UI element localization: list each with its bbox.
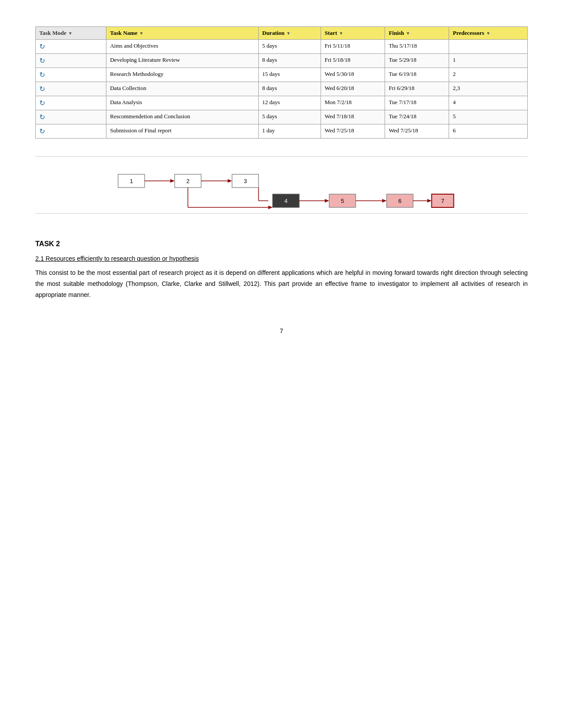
network-svg: 1 2 3 4 5 6 — [35, 165, 528, 223]
task-mode-cell: ↻ — [36, 54, 106, 68]
task-name-cell: Aims and Objectives — [106, 40, 259, 54]
sort-arrow-duration: ▼ — [286, 31, 291, 36]
start-cell: Wed 7/25/18 — [321, 124, 385, 139]
task-name-cell: Data Analysis — [106, 96, 259, 110]
task-mode-cell: ↻ — [36, 124, 106, 139]
node-label-1: 1 — [130, 178, 133, 184]
col-header-start: Start ▼ — [321, 27, 385, 40]
predecessors-cell: 6 — [449, 124, 528, 139]
start-cell: Wed 5/30/18 — [321, 68, 385, 82]
duration-cell: 12 days — [258, 96, 321, 110]
gantt-table-section: Task Mode ▼ Task Name ▼ Duration ▼ — [35, 26, 528, 139]
finish-cell: Tue 5/29/18 — [385, 54, 449, 68]
task-mode-cell: ↻ — [36, 40, 106, 54]
finish-cell: Fri 6/29/18 — [385, 82, 449, 96]
task-mode-icon: ↻ — [39, 57, 45, 64]
task2-title: TASK 2 — [35, 240, 528, 248]
finish-cell: Thu 5/17/18 — [385, 40, 449, 54]
arrowhead-1-2 — [170, 179, 175, 183]
task-mode-icon: ↻ — [39, 43, 45, 50]
col-header-task-name: Task Name ▼ — [106, 27, 259, 40]
sort-arrow-finish: ▼ — [406, 31, 410, 36]
gantt-table: Task Mode ▼ Task Name ▼ Duration ▼ — [35, 26, 528, 139]
start-cell: Wed 6/20/18 — [321, 82, 385, 96]
sort-arrow-predecessors: ▼ — [486, 31, 491, 36]
sort-arrow-task-name: ▼ — [139, 31, 144, 36]
duration-cell: 1 day — [258, 124, 321, 139]
table-row: ↻Data Collection8 daysWed 6/20/18Fri 6/2… — [36, 82, 528, 96]
sort-arrow-start: ▼ — [339, 31, 343, 36]
task-mode-cell: ↻ — [36, 82, 106, 96]
task-mode-icon: ↻ — [39, 128, 45, 135]
predecessors-cell: 1 — [449, 54, 528, 68]
duration-cell: 15 days — [258, 68, 321, 82]
duration-cell: 5 days — [258, 40, 321, 54]
arrowhead-4-5 — [325, 199, 329, 203]
table-row: ↻Rescommendetion and Conclusion5 daysWed… — [36, 110, 528, 124]
task-mode-cell: ↻ — [36, 96, 106, 110]
node-label-5: 5 — [341, 198, 344, 204]
finish-cell: Tue 7/17/18 — [385, 96, 449, 110]
start-cell: Mon 7/2/18 — [321, 96, 385, 110]
task-mode-icon: ↻ — [39, 85, 45, 93]
start-cell: Wed 7/18/18 — [321, 110, 385, 124]
arrowhead-5-6 — [382, 199, 387, 203]
page-number: 7 — [35, 327, 528, 334]
duration-cell: 5 days — [258, 110, 321, 124]
network-diagram: 1 2 3 4 5 6 — [35, 156, 528, 214]
predecessors-cell: 2 — [449, 68, 528, 82]
duration-cell: 8 days — [258, 82, 321, 96]
predecessors-cell: 5 — [449, 110, 528, 124]
table-row: ↻Developing Literature Review8 daysFri 5… — [36, 54, 528, 68]
table-row: ↻Data Analysis12 daysMon 7/2/18Tue 7/17/… — [36, 96, 528, 110]
arrowhead-6-7 — [427, 199, 432, 203]
col-header-task-mode: Task Mode ▼ — [36, 27, 106, 40]
predecessors-cell: 2,3 — [449, 82, 528, 96]
task-mode-icon: ↻ — [39, 99, 45, 107]
node-label-3: 3 — [244, 178, 247, 184]
sort-arrow-task-mode: ▼ — [68, 31, 72, 36]
task2-section: TASK 2 2.1 Resources efficiently to rese… — [35, 240, 528, 301]
task-mode-icon: ↻ — [39, 71, 45, 79]
table-row: ↻Aims and Objectives5 daysFri 5/11/18Thu… — [36, 40, 528, 54]
table-row: ↻Research Methodology15 daysWed 5/30/18T… — [36, 68, 528, 82]
task-mode-cell: ↻ — [36, 110, 106, 124]
finish-cell: Wed 7/25/18 — [385, 124, 449, 139]
node-label-6: 6 — [398, 198, 401, 204]
task2-body-text: This consist to be the most essential pa… — [35, 267, 528, 301]
finish-cell: Tue 6/19/18 — [385, 68, 449, 82]
task-name-cell: Data Collection — [106, 82, 259, 96]
predecessors-cell: 4 — [449, 96, 528, 110]
predecessors-cell — [449, 40, 528, 54]
task-name-cell: Research Methodology — [106, 68, 259, 82]
section-heading: 2.1 Resources efficiently to research qu… — [35, 255, 528, 262]
task-name-cell: Rescommendetion and Conclusion — [106, 110, 259, 124]
task-mode-cell: ↻ — [36, 68, 106, 82]
col-header-predecessors: Predecessors ▼ — [449, 27, 528, 40]
start-cell: Fri 5/18/18 — [321, 54, 385, 68]
table-row: ↻Submission of Final report1 dayWed 7/25… — [36, 124, 528, 139]
node-label-7: 7 — [441, 198, 444, 204]
arrowhead-2-3 — [228, 179, 232, 183]
col-header-finish: Finish ▼ — [385, 27, 449, 40]
arrowhead-to-4 — [268, 206, 273, 209]
col-header-duration: Duration ▼ — [258, 27, 321, 40]
start-cell: Fri 5/11/18 — [321, 40, 385, 54]
task-name-cell: Developing Literature Review — [106, 54, 259, 68]
finish-cell: Tue 7/24/18 — [385, 110, 449, 124]
task-name-cell: Submission of Final report — [106, 124, 259, 139]
duration-cell: 8 days — [258, 54, 321, 68]
node-label-2: 2 — [186, 178, 189, 184]
node-label-4: 4 — [284, 198, 287, 204]
task-mode-icon: ↻ — [39, 113, 45, 121]
